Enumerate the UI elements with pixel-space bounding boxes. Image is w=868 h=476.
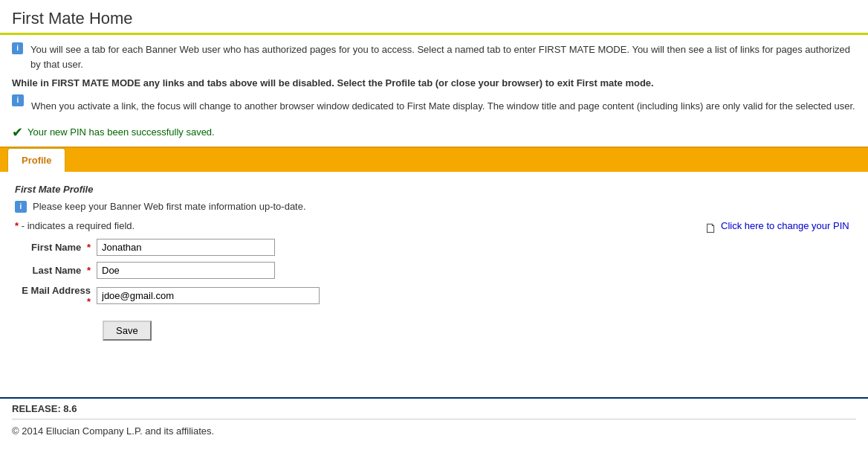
info-text-line3: When you activate a link, the focus will… — [31, 99, 855, 114]
page-title: First Mate Home — [0, 0, 868, 35]
email-label: E Mail Address * — [15, 285, 97, 307]
last-name-row: Last Name * — [15, 262, 660, 279]
checkmark-icon: ✔ — [12, 124, 23, 141]
save-button[interactable]: Save — [103, 321, 152, 341]
pin-link-text: Click here to change your PIN — [721, 220, 849, 231]
first-name-input[interactable] — [97, 239, 275, 256]
save-button-wrapper: Save — [15, 313, 660, 341]
bold-warning: While in FIRST MATE MODE any links and t… — [12, 77, 856, 89]
main-content: First Mate Profile i Please keep your Ba… — [0, 172, 868, 353]
release-info: RELEASE: 8.6 — [12, 403, 856, 414]
email-input[interactable] — [97, 287, 320, 304]
required-note-text: - indicates a required field. — [22, 220, 135, 231]
tab-bar: Profile — [0, 147, 868, 172]
form-layout: * - indicates a required field. First Na… — [15, 220, 853, 341]
form-fields: * - indicates a required field. First Na… — [15, 220, 660, 341]
last-name-input[interactable] — [97, 262, 275, 279]
info-icon-2: i — [12, 94, 24, 106]
footer-divider — [12, 419, 856, 419]
first-name-row: First Name * — [15, 239, 660, 256]
required-note: * - indicates a required field. — [15, 220, 660, 231]
email-required: * — [87, 296, 91, 307]
change-pin-link[interactable]: 🗋 Click here to change your PIN — [705, 220, 849, 237]
tab-profile[interactable]: Profile — [7, 148, 65, 172]
first-name-required: * — [87, 242, 91, 253]
success-text: Your new PIN has been successfully saved… — [27, 126, 215, 138]
section-description: Please keep your Banner Web first mate i… — [33, 201, 306, 212]
document-icon: 🗋 — [705, 221, 718, 237]
info-text-line1: You will see a tab for each Banner Web u… — [30, 42, 856, 71]
info-icon-form: i — [15, 201, 27, 213]
last-name-label: Last Name * — [15, 265, 97, 276]
first-name-label: First Name * — [15, 242, 97, 253]
required-star: * — [15, 220, 19, 231]
page-footer: RELEASE: 8.6 © 2014 Ellucian Company L.P… — [0, 397, 868, 441]
info-icon: i — [12, 42, 23, 54]
section-title: First Mate Profile — [15, 184, 853, 195]
section-desc: i Please keep your Banner Web first mate… — [15, 201, 853, 213]
success-message: ✔ Your new PIN has been successfully sav… — [0, 118, 868, 147]
last-name-required: * — [87, 265, 91, 276]
info-section: i You will see a tab for each Banner Web… — [0, 35, 868, 118]
copyright: © 2014 Ellucian Company L.P. and its aff… — [12, 425, 856, 437]
email-row: E Mail Address * — [15, 285, 660, 307]
pin-section: 🗋 Click here to change your PIN — [705, 220, 853, 341]
